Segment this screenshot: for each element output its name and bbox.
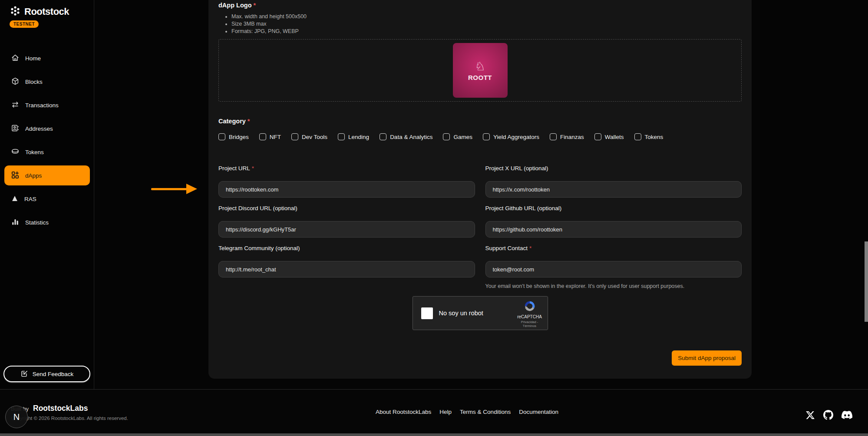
category-checkbox-finanzas[interactable]: Finanzas [550,133,584,140]
category-option-label: Tokens [645,134,663,140]
submit-row: Submit dApp proposal [218,350,742,366]
sidebar-item-label: dApps [25,172,42,179]
sidebar-item-label: Transactions [25,102,59,109]
field-project-discord-url: Project Discord URL (optional) [218,205,475,245]
field-label: Project URL* [218,165,475,172]
checkbox[interactable] [218,133,225,140]
recaptcha-legal-links[interactable]: Privacidad - Términos [516,320,543,328]
category-option-label: Data & Analytics [390,134,432,140]
submit-dapp-proposal-button[interactable]: Submit dApp proposal [672,350,742,366]
brand-logo[interactable]: Rootstock [10,5,69,18]
support-contact-input[interactable] [485,261,742,277]
footer-brand-block: Built by RootstockLabs Copyright © 2026 … [11,404,128,421]
recaptcha-branding: reCAPTCHA Privacidad - Términos [516,300,543,328]
recaptcha-checkbox[interactable] [421,307,433,319]
copyright-text: Copyright © 2026 RootstockLabs. All righ… [11,416,128,421]
dapps-grid-plus-icon [11,171,20,181]
category-option-label: Yield Aggregators [493,134,539,140]
category-label: Category* [218,118,742,125]
sidebar-nav: Home Blocks Transactions Addresses Token… [0,46,94,234]
category-checkbox-wallets[interactable]: Wallets [594,133,624,140]
project-x-url-input[interactable] [485,181,742,198]
footer-brand-name: RootstockLabs [33,404,88,413]
recaptcha-icon [523,307,536,314]
category-checkbox-lending[interactable]: Lending [338,133,369,140]
send-feedback-button[interactable]: Send Feedback [3,366,90,382]
arrow-annotation [151,188,188,190]
coin-icon [11,147,20,157]
category-checkbox-nft[interactable]: NFT [259,133,281,140]
logo-rule: Formats: JPG, PNG, WEBP [231,28,742,35]
horizontal-scrollbar[interactable] [0,433,868,436]
sidebar: Rootstock TESTNET Home Blocks Transactio… [0,0,94,389]
recaptcha-label: No soy un robot [439,310,483,317]
brand-name: Rootstock [24,6,69,17]
sidebar-item-ras[interactable]: RAS [0,187,94,211]
sidebar-item-tokens[interactable]: Tokens [0,140,94,164]
page: Rootstock TESTNET Home Blocks Transactio… [0,0,868,436]
bar-chart-icon [11,218,20,228]
vertical-scrollbar-thumb[interactable] [865,241,868,322]
category-options: Bridges NFT Dev Tools Lending Data & Ana… [218,133,742,140]
checkbox[interactable] [550,133,557,140]
footer-links: About RootstockLabs Help Terms & Conditi… [376,409,558,415]
category-checkbox-dev-tools[interactable]: Dev Tools [291,133,327,140]
logo-dropzone[interactable]: ♘ ROOTT [218,39,742,102]
category-checkbox-yield-aggregators[interactable]: Yield Aggregators [483,133,539,140]
category-checkbox-games[interactable]: Games [443,133,472,140]
checkbox[interactable] [380,133,386,140]
footer-link-documentation[interactable]: Documentation [519,409,558,415]
checkbox[interactable] [291,133,298,140]
arrow-annotation-head [186,184,197,194]
home-icon [11,53,20,63]
category-option-label: Lending [348,134,369,140]
logo-requirements: Max. width and height 500x500 Size 3MB m… [218,13,742,35]
category-checkbox-tokens[interactable]: Tokens [634,133,663,140]
sidebar-item-label: Addresses [25,126,53,132]
telegram-community-input[interactable] [218,261,475,277]
recaptcha-brand-text: reCAPTCHA [516,314,543,319]
checkbox[interactable] [594,133,601,140]
category-checkbox-data-analytics[interactable]: Data & Analytics [380,133,432,140]
field-telegram-community: Telegram Community (optional) [218,245,475,289]
category-option-label: Dev Tools [302,134,327,140]
checkbox[interactable] [338,133,345,140]
category-option-label: Finanzas [560,134,584,140]
sidebar-item-addresses[interactable]: Addresses [0,117,94,140]
checkbox[interactable] [443,133,450,140]
logo-preview-tile: ♘ ROOTT [453,43,508,98]
sidebar-item-dapps[interactable]: dApps [4,165,90,185]
form-fields-grid: Project URL* Project X URL (optional) Pr… [218,165,742,289]
sidebar-item-label: Statistics [25,219,49,226]
required-asterisk: * [254,2,256,9]
field-project-url: Project URL* [218,165,475,205]
sidebar-item-transactions[interactable]: Transactions [0,93,94,117]
footer-link-about[interactable]: About RootstockLabs [376,409,431,415]
checkbox[interactable] [634,133,641,140]
discord-icon[interactable] [842,410,852,420]
field-project-x-url: Project X URL (optional) [485,165,742,205]
category-option-label: Bridges [229,134,249,140]
sidebar-item-label: Home [25,55,41,62]
sidebar-item-label: RAS [24,196,36,202]
x-icon[interactable] [805,410,815,420]
triangle-icon [11,195,19,204]
sidebar-item-blocks[interactable]: Blocks [0,70,94,93]
field-label: Support Contact* [485,245,742,252]
dapp-logo-label: dApp Logo* [218,2,742,9]
footer-link-help[interactable]: Help [439,409,452,415]
sidebar-item-statistics[interactable]: Statistics [0,211,94,234]
n-overlay-badge[interactable]: N [5,406,28,428]
project-url-input[interactable] [218,181,475,198]
category-option-label: NFT [270,134,281,140]
category-checkbox-bridges[interactable]: Bridges [218,133,249,140]
dapp-proposal-form: dApp Logo* Max. width and height 500x500… [208,0,752,379]
github-icon[interactable] [823,410,833,420]
sidebar-item-home[interactable]: Home [0,46,94,70]
project-discord-url-input[interactable] [218,221,475,238]
project-github-url-input[interactable] [485,221,742,238]
checkbox[interactable] [259,133,266,140]
footer-link-terms[interactable]: Terms & Conditions [460,409,511,415]
testnet-badge: TESTNET [10,20,39,28]
checkbox[interactable] [483,133,490,140]
